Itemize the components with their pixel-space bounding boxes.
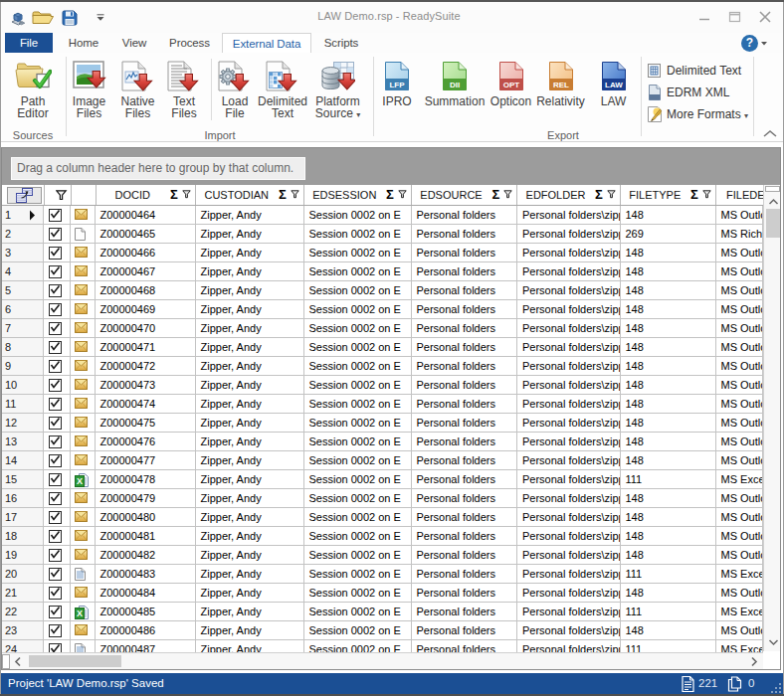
svg-text:LAW: LAW bbox=[605, 81, 623, 89]
svg-text:X: X bbox=[77, 609, 83, 618]
svg-text:X: X bbox=[77, 476, 83, 486]
svg-text:DII: DII bbox=[450, 81, 460, 89]
svg-text:OPT: OPT bbox=[502, 81, 519, 89]
svg-text:LFP: LFP bbox=[389, 81, 405, 89]
svg-text:REL: REL bbox=[553, 81, 569, 89]
